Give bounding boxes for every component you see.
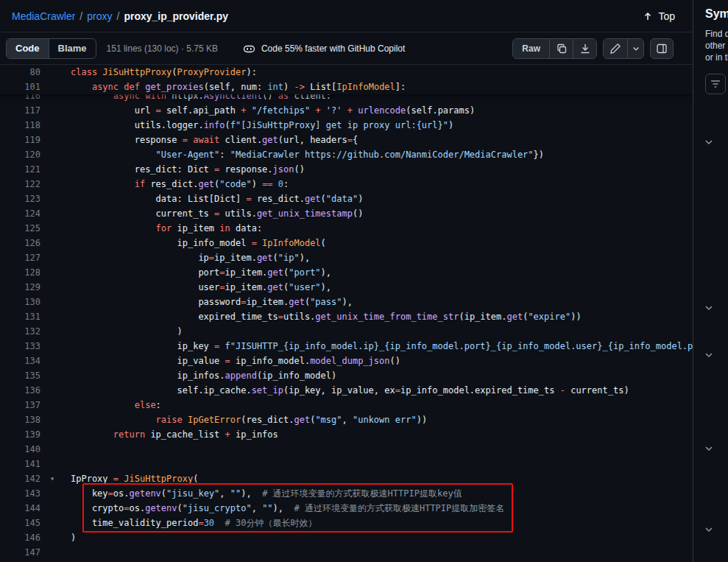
code-line-128: 128 port=ip_item.get("port"),	[0, 265, 693, 280]
chevron-down-icon[interactable]	[703, 443, 715, 454]
code-line-117: 117 url = self.api_path + "/fetchips" + …	[0, 103, 693, 118]
breadcrumb-repo-link[interactable]: MediaCrawler	[12, 10, 75, 22]
line-number[interactable]: 129	[0, 280, 47, 295]
breadcrumb: MediaCrawler / proxy / proxy_ip_provider…	[12, 10, 228, 22]
tab-blame[interactable]: Blame	[49, 39, 96, 58]
arrow-up-icon	[642, 10, 654, 22]
line-number[interactable]: 142	[0, 471, 47, 486]
code-line-126: 126 ip_info_model = IpInfoModel(	[0, 236, 693, 250]
line-number[interactable]: 101	[0, 80, 47, 94]
copilot-text: Code 55% faster with GitHub Copilot	[261, 43, 405, 54]
code-text: ip_info_model = IpInfoModel(	[71, 236, 326, 250]
code-text: async def get_proxies(self, num: int) ->…	[71, 80, 406, 94]
code-line-119: 119 response = await client.get(url, hea…	[0, 133, 693, 147]
code-text: port=ip_item.get("port"),	[71, 265, 331, 280]
line-number[interactable]: 131	[0, 309, 47, 324]
line-number[interactable]: 133	[0, 339, 47, 354]
code-line-144: 144 crypto=os.getenv("jisu_crypto", ""),…	[0, 501, 693, 516]
download-button[interactable]	[573, 39, 596, 58]
code-text: ip_value = ip_info_model.model_dump_json…	[71, 354, 400, 368]
code-line-125: 125 for ip_item in data:	[0, 221, 693, 236]
line-number[interactable]: 121	[0, 162, 47, 177]
download-icon	[579, 43, 591, 55]
code-text: )	[71, 324, 183, 339]
copy-button[interactable]	[549, 39, 573, 58]
line-number[interactable]: 125	[0, 221, 47, 236]
line-number[interactable]: 130	[0, 295, 47, 309]
line-number[interactable]: 147	[0, 545, 47, 560]
code-text: ip_key = f"JISUHTTP_{ip_info_model.ip}_{…	[71, 339, 693, 354]
line-number[interactable]: 122	[0, 177, 47, 192]
line-number[interactable]: 135	[0, 368, 47, 383]
code-text: if res_dict.get("code") == 0:	[71, 177, 289, 192]
file-toolbar: Code Blame 151 lines (130 loc) · 5.75 KB…	[0, 32, 693, 65]
code-text: return ip_cache_list + ip_infos	[71, 427, 278, 442]
edit-button[interactable]	[604, 39, 627, 58]
code-text: user=ip_item.get("user"),	[71, 280, 331, 295]
line-number[interactable]: 138	[0, 412, 47, 427]
code-text: "User-Agent": "MediaCrawler https://gith…	[71, 147, 544, 162]
breadcrumb-separator: /	[79, 10, 82, 22]
file-view-column: MediaCrawler / proxy / proxy_ip_provider…	[0, 0, 693, 562]
code-text: utils.logger.info(f"[JiSuHttpProxy] get …	[71, 118, 453, 133]
raw-button[interactable]: Raw	[513, 39, 549, 58]
line-number[interactable]: 140	[0, 442, 47, 457]
code-line-127: 127 ip=ip_item.get("ip"),	[0, 250, 693, 265]
chevron-down-icon[interactable]	[703, 524, 715, 535]
chevron-down-icon[interactable]	[703, 136, 715, 148]
line-number[interactable]: 126	[0, 236, 47, 250]
line-number[interactable]: 143	[0, 486, 47, 501]
line-number[interactable]: 144	[0, 501, 47, 516]
code-text: ip_infos.append(ip_info_model)	[71, 368, 336, 383]
line-number[interactable]: 145	[0, 516, 47, 530]
line-number[interactable]: 117	[0, 103, 47, 118]
line-number[interactable]: 127	[0, 250, 47, 265]
code-line-142: 142▾IpProxy = JiSuHttpProxy(	[0, 471, 693, 486]
scroll-to-top-button[interactable]: Top	[636, 7, 681, 25]
code-line-118: 118 utils.logger.info(f"[JiSuHttpProxy] …	[0, 118, 693, 133]
code-line-122: 122 if res_dict.get("code") == 0:	[0, 177, 693, 192]
code-line-101: 101 async def get_proxies(self, num: int…	[0, 80, 693, 94]
code-line-134: 134 ip_value = ip_info_model.model_dump_…	[0, 354, 693, 368]
code-line-143: 143 key=os.getenv("jisu_key", ""), # 通过环…	[0, 486, 693, 501]
line-number[interactable]: 134	[0, 354, 47, 368]
symbols-panel-toggle-button[interactable]	[650, 38, 674, 59]
copilot-icon	[243, 43, 255, 55]
line-number[interactable]: 119	[0, 133, 47, 147]
code-line-138: 138 raise IpGetError(res_dict.get("msg",…	[0, 412, 693, 427]
chevron-down-icon[interactable]	[703, 302, 715, 314]
line-number[interactable]: 128	[0, 265, 47, 280]
code-text: data: List[Dict] = res_dict.get("data")	[71, 192, 363, 206]
code-blame-switch: Code Blame	[6, 38, 96, 59]
edit-dropdown-button[interactable]	[627, 39, 643, 58]
chevron-down-icon[interactable]	[703, 349, 715, 361]
code-editor[interactable]: 80class JiSuHttpProxy(ProxyProvider):101…	[0, 65, 693, 562]
line-number[interactable]: 124	[0, 206, 47, 221]
code-line-131: 131 expired_time_ts=utils.get_unix_time_…	[0, 309, 693, 324]
code-text: class JiSuHttpProxy(ProxyProvider):	[71, 65, 257, 80]
line-number[interactable]: 139	[0, 427, 47, 442]
line-number[interactable]: 146	[0, 530, 47, 545]
top-button-label: Top	[658, 10, 675, 22]
line-number[interactable]: 120	[0, 147, 47, 162]
code-line-140: 140	[0, 442, 693, 457]
edit-button-group	[603, 38, 644, 59]
code-text: self.ip_cache.set_ip(ip_key, ip_value, e…	[71, 383, 629, 398]
line-number[interactable]: 118	[0, 118, 47, 133]
code-text: )	[71, 530, 76, 545]
code-line-141: 141	[0, 457, 693, 471]
tab-code[interactable]: Code	[7, 39, 49, 58]
sticky-context-lines: 80class JiSuHttpProxy(ProxyProvider):101…	[0, 65, 693, 94]
code-text: current_ts = utils.get_unix_timestamp()	[71, 206, 363, 221]
line-number[interactable]: 123	[0, 192, 47, 206]
code-text: key=os.getenv("jisu_key", ""), # 通过环境变量的…	[71, 486, 462, 501]
line-number[interactable]: 80	[0, 65, 47, 80]
line-number[interactable]: 137	[0, 398, 47, 412]
fold-chevron-icon[interactable]: ▾	[50, 471, 54, 486]
symbols-filter-button[interactable]	[705, 74, 726, 94]
line-number[interactable]: 132	[0, 324, 47, 339]
breadcrumb-folder-link[interactable]: proxy	[87, 10, 112, 22]
line-number[interactable]: 136	[0, 383, 47, 398]
line-number[interactable]: 141	[0, 457, 47, 471]
symbols-panel: Symbols Find definitions and references …	[693, 0, 728, 562]
